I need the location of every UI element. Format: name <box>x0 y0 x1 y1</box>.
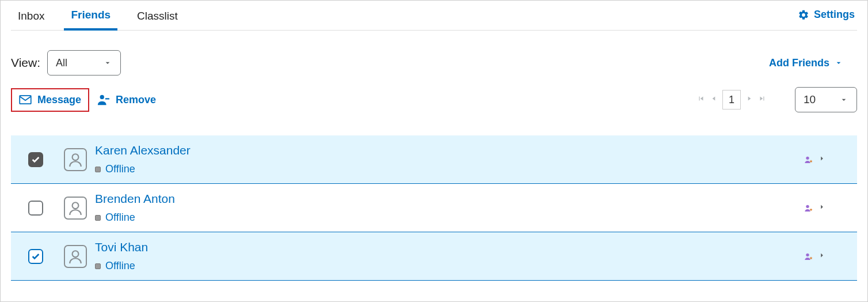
friends-list: Karen Alexsander Offline Brenden Anton <box>11 135 857 281</box>
status-text: Offline <box>105 212 135 224</box>
friend-badge-icon <box>804 155 813 164</box>
status-text: Offline <box>105 163 135 175</box>
per-page-value: 10 <box>804 93 816 106</box>
svg-point-2 <box>73 154 79 160</box>
remove-label: Remove <box>116 94 156 106</box>
row-actions <box>804 203 826 213</box>
friend-name[interactable]: Brenden Anton <box>95 192 804 206</box>
svg-point-0 <box>100 95 104 99</box>
remove-user-icon <box>97 93 110 106</box>
row-chevron-button[interactable] <box>818 251 826 262</box>
friend-row: Brenden Anton Offline <box>11 184 857 232</box>
view-label: View: <box>11 56 40 70</box>
svg-point-8 <box>73 251 79 257</box>
tab-inbox[interactable]: Inbox <box>11 5 51 29</box>
status-dot-icon <box>95 215 101 221</box>
tab-friends[interactable]: Friends <box>64 4 117 31</box>
chevron-down-icon <box>103 58 112 67</box>
row-actions <box>804 154 826 165</box>
user-icon <box>68 201 83 216</box>
envelope-icon <box>19 95 32 104</box>
gear-icon <box>798 9 809 21</box>
view-select-value: All <box>56 57 67 69</box>
chevron-right-icon <box>818 154 826 163</box>
pager-group: 10 <box>697 87 857 112</box>
row-checkbox[interactable] <box>28 249 43 264</box>
friend-badge-icon <box>804 203 813 213</box>
tab-classlist[interactable]: Classlist <box>130 5 185 29</box>
friend-status[interactable]: Offline <box>95 212 804 224</box>
action-row: Message Remove <box>11 87 857 112</box>
avatar <box>64 197 87 220</box>
check-icon <box>31 155 40 164</box>
friend-row: Karen Alexsander Offline <box>11 135 857 184</box>
row-checkbox[interactable] <box>28 152 43 167</box>
row-checkbox[interactable] <box>28 201 43 216</box>
pager-first-button[interactable] <box>697 95 705 105</box>
friend-row: Tovi Khan Offline <box>11 232 857 281</box>
avatar <box>64 245 87 268</box>
first-page-icon <box>697 95 705 103</box>
add-friends-link[interactable]: Add Friends <box>769 57 857 69</box>
pager-prev-button[interactable] <box>710 95 718 105</box>
next-page-icon <box>745 95 753 103</box>
friend-status[interactable]: Offline <box>95 260 804 272</box>
svg-rect-1 <box>105 98 109 99</box>
message-button[interactable]: Message <box>11 88 89 112</box>
check-icon <box>31 252 40 261</box>
svg-point-3 <box>806 156 809 159</box>
row-actions <box>804 251 826 262</box>
friend-status[interactable]: Offline <box>95 163 804 175</box>
per-page-select[interactable]: 10 <box>795 87 857 112</box>
row-chevron-button[interactable] <box>818 203 826 213</box>
chevron-right-icon <box>818 203 826 211</box>
view-select[interactable]: All <box>47 50 121 76</box>
svg-point-5 <box>73 202 79 209</box>
status-dot-icon <box>95 263 101 269</box>
status-text: Offline <box>105 260 135 272</box>
pager-next-button[interactable] <box>745 95 753 105</box>
friend-name[interactable]: Tovi Khan <box>95 240 804 254</box>
pager-controls <box>697 90 766 110</box>
message-label: Message <box>37 94 81 106</box>
settings-label: Settings <box>814 9 855 21</box>
add-friends-label: Add Friends <box>769 57 829 69</box>
last-page-icon <box>758 95 766 103</box>
friend-name[interactable]: Karen Alexsander <box>95 144 804 157</box>
chevron-down-icon <box>834 58 843 67</box>
svg-point-9 <box>806 253 809 256</box>
remove-button[interactable]: Remove <box>97 93 156 106</box>
user-icon <box>68 152 83 167</box>
prev-page-icon <box>710 95 718 103</box>
row-chevron-button[interactable] <box>818 154 826 165</box>
friend-badge-icon <box>804 252 813 261</box>
chevron-down-icon <box>839 95 848 104</box>
svg-point-6 <box>806 205 809 207</box>
settings-link[interactable]: Settings <box>798 9 857 25</box>
view-row: View: All Add Friends <box>11 50 857 76</box>
status-dot-icon <box>95 167 101 172</box>
user-icon <box>68 249 83 264</box>
pager-last-button[interactable] <box>758 95 766 105</box>
chevron-right-icon <box>818 251 826 259</box>
tabs-bar: Inbox Friends Classlist Settings <box>11 4 857 31</box>
avatar <box>64 148 87 171</box>
page-number-input[interactable] <box>722 90 741 110</box>
